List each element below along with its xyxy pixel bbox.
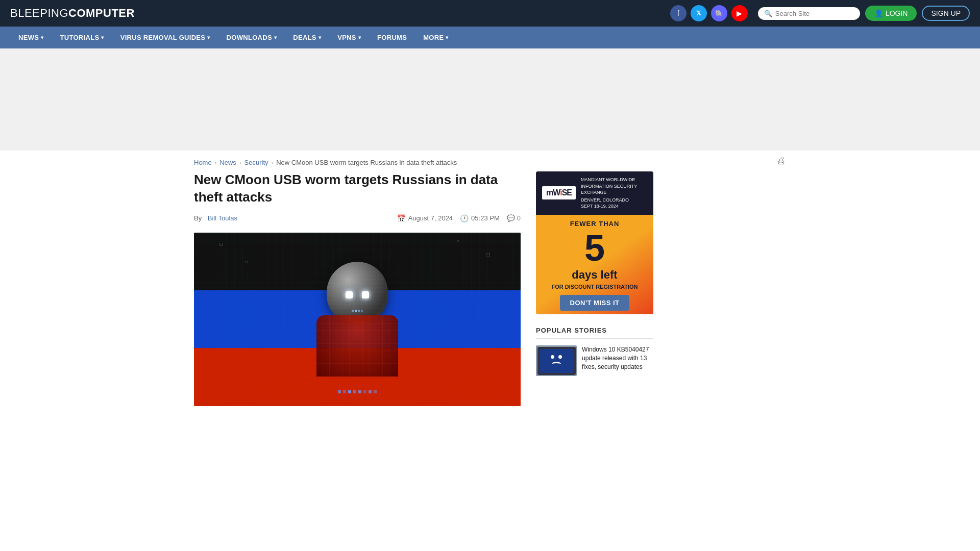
article-time: 🕐 05:23 PM: [460, 214, 500, 222]
nav-more-arrow: ▾: [446, 35, 448, 40]
social-icons: f 𝕏 🐘 ▶: [670, 5, 748, 21]
nav-news-arrow: ▾: [41, 35, 43, 40]
nav-tutorials[interactable]: TUTORIALS ▾: [52, 27, 112, 48]
popular-story-thumbnail: [536, 345, 577, 376]
article-date: 📅 August 7, 2024: [397, 214, 453, 222]
login-label: LOGIN: [886, 9, 908, 17]
breadcrumb: Home › News › Security › New CMoon USB w…: [194, 151, 457, 171]
nav-virus-arrow: ▾: [207, 35, 210, 40]
calendar-icon: 📅: [397, 214, 406, 222]
content-area: New CMoon USB worm targets Russians in d…: [194, 171, 786, 421]
ad-discount-text: FOR DISCOUNT REGISTRATION: [551, 284, 638, 290]
mastodon-icon[interactable]: 🐘: [711, 5, 727, 21]
header-right: f 𝕏 🐘 ▶ 🔍 👤 LOGIN SIGN UP: [670, 5, 970, 21]
logo-light: BLEEPING: [10, 7, 68, 19]
facebook-icon[interactable]: f: [670, 5, 687, 21]
search-bar: 🔍: [758, 7, 860, 20]
meta-right: 📅 August 7, 2024 🕐 05:23 PM 💬 0: [397, 214, 521, 222]
nav-deals[interactable]: DEALS ▾: [285, 27, 329, 48]
user-icon: 👤: [874, 9, 883, 17]
search-icon: 🔍: [764, 10, 772, 17]
breadcrumb-current: New CMoon USB worm targets Russians in d…: [276, 159, 457, 166]
ad-big-number: 5: [584, 230, 605, 266]
popular-story-text: Windows 10 KB5040427 update released wit…: [582, 345, 653, 376]
main-nav: NEWS ▾ TUTORIALS ▾ VIRUS REMOVAL GUIDES …: [0, 27, 980, 48]
ad-days-left: days left: [572, 268, 617, 282]
ad-company-sub: INFORMATION SECURITY EXCHANGE: [581, 183, 647, 196]
breadcrumb-security[interactable]: Security: [244, 159, 268, 166]
nav-forums[interactable]: FORUMS: [369, 27, 415, 48]
breadcrumb-row: Home › News › Security › New CMoon USB w…: [194, 151, 786, 171]
popular-story-item[interactable]: Windows 10 KB5040427 update released wit…: [536, 345, 653, 376]
site-header: BLEEPINGCOMPUTER f 𝕏 🐘 ▶ 🔍 👤 LOGIN SIGN …: [0, 0, 980, 27]
ad-fewer-than: FEWER THAN: [570, 220, 620, 228]
logo-bold: COMPUTER: [68, 7, 135, 19]
nav-virus-removal[interactable]: VIRUS REMOVAL GUIDES ▾: [112, 27, 218, 48]
nav-downloads-arrow: ▾: [274, 35, 277, 40]
article-main: New CMoon USB worm targets Russians in d…: [194, 171, 521, 406]
nav-downloads[interactable]: DOWNLOADS ▾: [218, 27, 285, 48]
main-container: Home › News › Security › New CMoon USB w…: [184, 151, 796, 421]
nav-vpns-arrow: ▾: [358, 35, 361, 40]
clock-icon: 🕐: [460, 214, 469, 222]
nav-deals-arrow: ▾: [318, 35, 321, 40]
pixel-decoration: [338, 390, 377, 393]
nav-more[interactable]: MORE ▾: [415, 27, 457, 48]
ad-logo-accent: i: [560, 188, 561, 197]
popular-stories-title: POPULAR STORIES: [536, 327, 653, 339]
ad-cta-button[interactable]: DON'T MISS IT: [560, 295, 630, 311]
breadcrumb-sep-3: ›: [272, 160, 274, 166]
article-author: By Bill Toulas: [194, 214, 237, 222]
breadcrumb-sep-2: ›: [239, 160, 241, 166]
article-meta: By Bill Toulas 📅 August 7, 2024 🕐 05:23 …: [194, 214, 521, 222]
print-icon[interactable]: 🖨: [777, 156, 786, 166]
comment-count[interactable]: 💬 0: [507, 214, 521, 222]
login-button[interactable]: 👤 LOGIN: [865, 6, 917, 21]
ad-company-name: MANDIANT WORLDWIDE: [581, 177, 647, 183]
nav-news[interactable]: NEWS ▾: [10, 27, 52, 48]
nav-tutorials-arrow: ▾: [101, 35, 104, 40]
ad-dates: SEPT 18-19, 2024: [581, 203, 647, 210]
signup-button[interactable]: SIGN UP: [922, 6, 970, 21]
signup-label: SIGN UP: [931, 9, 961, 17]
author-prefix: By: [194, 214, 202, 222]
author-link[interactable]: Bill Toulas: [208, 214, 237, 222]
breadcrumb-news[interactable]: News: [219, 159, 236, 166]
ad-header-text: MANDIANT WORLDWIDE INFORMATION SECURITY …: [581, 177, 647, 210]
article-image: [194, 233, 521, 406]
nav-vpns[interactable]: VPNS ▾: [329, 27, 369, 48]
breadcrumb-sep-1: ›: [215, 160, 217, 166]
ad-body: FEWER THAN 5 days left FOR DISCOUNT REGI…: [536, 215, 653, 314]
ad-banner-header: mWiSE MANDIANT WORLDWIDE INFORMATION SEC…: [536, 171, 653, 215]
search-input[interactable]: [775, 10, 854, 17]
breadcrumb-home[interactable]: Home: [194, 159, 212, 166]
ad-location: DENVER, COLORADO: [581, 197, 647, 204]
article-title: New CMoon USB worm targets Russians in d…: [194, 171, 521, 206]
youtube-icon[interactable]: ▶: [731, 5, 748, 21]
twitter-icon[interactable]: 𝕏: [691, 5, 707, 21]
sidebar: mWiSE MANDIANT WORLDWIDE INFORMATION SEC…: [536, 171, 653, 406]
ad-banner: mWiSE MANDIANT WORLDWIDE INFORMATION SEC…: [536, 171, 653, 314]
popular-stories: POPULAR STORIES: [536, 327, 653, 376]
site-logo[interactable]: BLEEPINGCOMPUTER: [10, 7, 135, 20]
ad-logo: mWiSE: [542, 186, 576, 199]
comment-icon: 💬: [507, 214, 515, 222]
ad-space-top: [0, 48, 980, 151]
